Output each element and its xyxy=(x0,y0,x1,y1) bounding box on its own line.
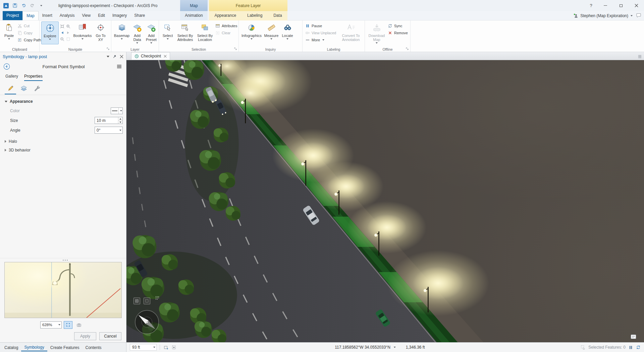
copy-path-button[interactable]: Copy Path xyxy=(16,37,42,43)
full-extent-icon[interactable] xyxy=(59,23,65,29)
ribbon-tab-appearance[interactable]: Appearance xyxy=(211,11,240,20)
map-viewport[interactable] xyxy=(126,60,644,342)
map-overlay-extent-button[interactable] xyxy=(144,298,150,304)
tab-symbol-layers[interactable] xyxy=(18,83,30,94)
pause-drawing-icon[interactable] xyxy=(629,345,633,350)
refresh-view-icon[interactable] xyxy=(636,345,641,350)
ribbon-tab-map[interactable]: Map xyxy=(22,11,38,20)
next-extent-icon[interactable] xyxy=(65,30,71,36)
ribbon-tab-analysis[interactable]: Analysis xyxy=(56,11,78,20)
view-tab-list-icon[interactable] xyxy=(638,55,642,58)
select-by-location-button[interactable]: Select By Location xyxy=(196,21,214,44)
ribbon-tab-animation[interactable]: Animation xyxy=(181,11,206,20)
pause-labeling-button[interactable]: Pause xyxy=(304,23,339,29)
measure-button[interactable]: Measure xyxy=(263,21,280,44)
minimize-button[interactable] xyxy=(598,0,613,11)
symbol-preview[interactable] xyxy=(4,262,122,318)
view-unplaced-button[interactable]: View Unplaced xyxy=(304,30,339,36)
more-labeling-button[interactable]: More xyxy=(304,37,339,43)
snapshot-button[interactable] xyxy=(74,321,83,329)
pane-close-icon[interactable] xyxy=(120,55,123,58)
convert-to-annotation-button[interactable]: Convert To Annotation xyxy=(339,21,363,44)
ribbon-tab-view[interactable]: View xyxy=(78,11,94,20)
ribbon-tab-share[interactable]: Share xyxy=(130,11,149,20)
maximize-button[interactable] xyxy=(613,0,629,11)
ribbon-tab-insert[interactable]: Insert xyxy=(39,11,56,20)
add-overlay-icon[interactable] xyxy=(163,344,169,350)
explore-button[interactable]: Explore xyxy=(41,21,59,44)
pane-tab-symbology[interactable]: Symbology xyxy=(21,343,47,351)
infographics-button[interactable]: Infographics xyxy=(240,21,263,44)
help-button[interactable]: ? xyxy=(584,0,598,11)
tab-symbol-general[interactable] xyxy=(5,83,16,94)
feedback-icon[interactable] xyxy=(636,13,641,18)
cut-button[interactable]: Cut xyxy=(16,23,42,29)
pin-icon[interactable] xyxy=(112,54,117,59)
add-preset-button[interactable]: Add Preset xyxy=(144,21,159,44)
color-dropdown[interactable] xyxy=(111,107,123,114)
back-button[interactable] xyxy=(3,63,10,70)
add-data-button[interactable]: Add Data xyxy=(130,21,144,44)
cursor-coordinates[interactable]: 117.1858562°W 34.0552033°N xyxy=(335,345,390,350)
ribbon-tab-imagery[interactable]: Imagery xyxy=(109,11,130,20)
preview-zoom-combo[interactable]: 628% xyxy=(40,321,62,328)
tab-symbol-tools[interactable] xyxy=(32,83,43,94)
copy-button[interactable]: Copy xyxy=(16,30,42,36)
ribbon-tab-project[interactable]: Project xyxy=(3,11,22,20)
select-button[interactable]: Select xyxy=(161,21,175,44)
map-overlay-layers-button[interactable] xyxy=(133,298,140,304)
preview-splitter[interactable] xyxy=(0,258,126,262)
close-view-icon[interactable] xyxy=(164,55,167,58)
undo-icon[interactable] xyxy=(20,2,27,9)
redo-icon[interactable] xyxy=(29,2,36,9)
apply-button[interactable]: Apply xyxy=(74,332,96,340)
ribbon-tab-data[interactable]: Data xyxy=(270,11,285,20)
size-input[interactable]: 10 m xyxy=(95,117,123,124)
pane-tab-create-features[interactable]: Create Features xyxy=(47,344,83,351)
select-by-attributes-button[interactable]: Select By Attributes xyxy=(175,21,196,44)
account-menu[interactable]: Stephen (Map Exploration) xyxy=(574,11,633,20)
map-overlay-grid-icon[interactable] xyxy=(155,296,159,300)
section-appearance[interactable]: Appearance xyxy=(0,97,126,106)
ribbon-tab-labeling[interactable]: Labeling xyxy=(244,11,266,20)
go-to-xy-button[interactable]: Go To XY xyxy=(93,21,108,44)
view-tab-checkpoint[interactable]: Checkpoint xyxy=(131,52,170,60)
section-halo[interactable]: Halo xyxy=(0,137,126,146)
ribbon-tab-edit[interactable]: Edit xyxy=(94,11,109,20)
coordinates-caret-icon[interactable] xyxy=(394,347,396,348)
zoom-box-icon[interactable] xyxy=(65,36,71,42)
pane-tab-contents[interactable]: Contents xyxy=(82,344,104,351)
download-map-button[interactable]: Download Map xyxy=(367,21,387,44)
fixed-zoom-in-icon[interactable] xyxy=(65,23,71,29)
section-3d-behavior[interactable]: 3D behavior xyxy=(0,146,126,155)
previous-extent-icon[interactable] xyxy=(59,30,65,36)
basemap-button[interactable]: Basemap xyxy=(113,21,130,44)
size-stepper[interactable] xyxy=(118,117,122,124)
pane-options-icon[interactable] xyxy=(117,66,121,67)
close-button[interactable] xyxy=(629,0,644,11)
map-3d-scene[interactable] xyxy=(126,60,644,342)
tab-gallery[interactable]: Gallery xyxy=(5,74,18,81)
pane-tab-catalog[interactable]: Catalog xyxy=(1,344,21,351)
angle-dropdown[interactable]: 0° xyxy=(95,127,123,134)
notification-log-icon[interactable] xyxy=(631,334,637,340)
tab-properties[interactable]: Properties xyxy=(24,74,43,81)
status-bar: 93 ft 117.1858562°W 34.0552033°N 1,346.3… xyxy=(126,343,644,352)
snapping-icon[interactable] xyxy=(171,344,177,350)
locate-button[interactable]: Locate xyxy=(280,21,295,44)
cancel-button[interactable]: Cancel xyxy=(99,332,121,340)
sync-button[interactable]: Sync xyxy=(387,23,409,29)
fixed-zoom-out-icon[interactable] xyxy=(59,36,65,42)
attributes-button[interactable]: Attributes xyxy=(214,23,238,29)
bookmarks-button[interactable]: Bookmarks xyxy=(72,21,93,44)
customize-toolbar-caret-icon[interactable] xyxy=(38,2,44,9)
save-icon[interactable] xyxy=(11,2,18,9)
map-scale-combo[interactable]: 93 ft xyxy=(130,344,157,351)
pane-menu-chevron-icon[interactable] xyxy=(107,56,109,57)
app-icon[interactable] xyxy=(3,2,9,9)
remove-button[interactable]: Remove xyxy=(387,30,409,36)
compass-navigator[interactable] xyxy=(134,309,160,335)
fit-to-window-button[interactable] xyxy=(64,321,72,329)
paste-button[interactable]: Paste xyxy=(2,21,16,44)
clear-selection-button[interactable]: Clear xyxy=(214,30,238,36)
